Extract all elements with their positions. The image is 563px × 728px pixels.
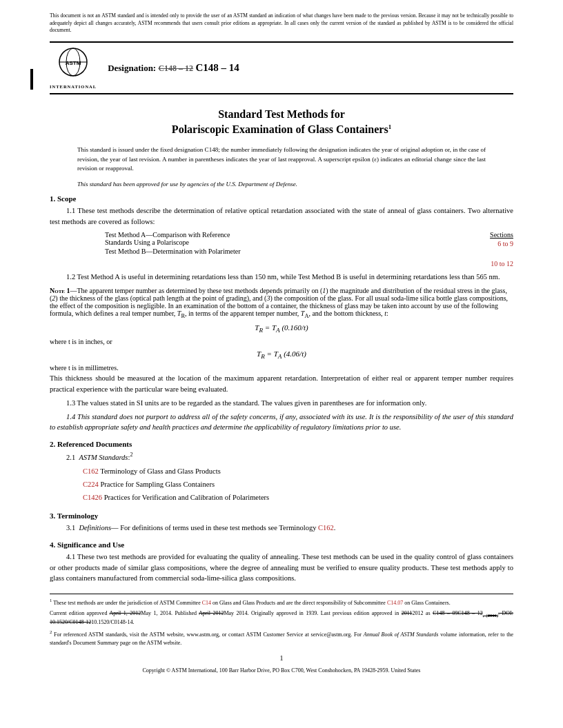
formula-1: TR = TA (0.160/t) bbox=[50, 323, 513, 334]
old-year: 2011 bbox=[402, 610, 413, 616]
standard-c224: C224 Practice for Sampling Glass Contain… bbox=[83, 478, 513, 492]
section-4-1-text: 4.1 These two test methods are provided … bbox=[50, 552, 513, 584]
section-2-heading: 2. Referenced Documents bbox=[50, 440, 513, 448]
standard-c1426: C1426 Practices for Verification and Cal… bbox=[83, 492, 513, 505]
designation-new: C148 – 14 bbox=[195, 62, 239, 73]
methods-table: Test Method A—Comparison with ReferenceS… bbox=[105, 231, 513, 267]
section-3-heading: 3. Terminology bbox=[50, 512, 513, 520]
standard-c162-text: Terminology of Glass and Glass Products bbox=[100, 467, 221, 475]
where-text-1: where t is in inches, or bbox=[50, 338, 513, 345]
section-2-1-text: 2.1 ASTM Standards:2 bbox=[50, 451, 513, 463]
page: This document is not an ASTM standard an… bbox=[0, 0, 563, 728]
footnote-1: 1 These test methods are under the juris… bbox=[50, 597, 513, 607]
standard-c162: C162 Terminology of Glass and Glass Prod… bbox=[83, 465, 513, 478]
note-1-label: Note 1 bbox=[50, 287, 70, 294]
method-b-label: Test Method B—Determination with Polarim… bbox=[105, 247, 444, 255]
old-date-1: April 1, 2012 bbox=[109, 610, 141, 616]
standards-list: C162 Terminology of Glass and Glass Prod… bbox=[83, 465, 513, 505]
methods-labels: Test Method A—Comparison with ReferenceS… bbox=[105, 231, 444, 267]
section-1-3-text: 1.3 The values stated in SI units are to… bbox=[50, 398, 513, 409]
c14-link[interactable]: C14 bbox=[202, 600, 211, 606]
header-row: ASTM INTERNATIONAL Designation: C148 – 1… bbox=[50, 41, 513, 94]
footnote-2: Current edition approved April 1, 2012Ma… bbox=[50, 609, 513, 627]
main-title: Standard Test Methods for Polariscopic E… bbox=[50, 107, 513, 138]
standard-c224-text: Practice for Sampling Glass Containers bbox=[100, 481, 215, 488]
c1407-link[interactable]: C14.07 bbox=[387, 600, 403, 606]
old-date-2: April 2012 bbox=[199, 610, 224, 616]
formula-2: TR = TA (4.06/t) bbox=[50, 350, 513, 360]
svg-text:ASTM: ASTM bbox=[66, 60, 81, 66]
title-section: Standard Test Methods for Polariscopic E… bbox=[50, 107, 513, 138]
standard-notice: This standard is issued under the fixed … bbox=[77, 145, 486, 174]
standard-c1426-text: Practices for Verification and Calibrati… bbox=[104, 494, 269, 501]
note-1-text: —The apparent temper number as determine… bbox=[50, 287, 508, 317]
method-a-link[interactable]: 6 to 9 bbox=[497, 240, 513, 247]
international-label: INTERNATIONAL bbox=[50, 84, 97, 89]
section-1-heading: 1. Scope bbox=[50, 194, 513, 203]
designation-area: Designation: C148 – 12 C148 – 14 bbox=[108, 62, 239, 74]
method-b-link[interactable]: 10 to 12 bbox=[491, 260, 513, 267]
standard-c1426-link[interactable]: C1426 bbox=[83, 494, 102, 501]
note-1: Note 1—The apparent temper number as det… bbox=[50, 287, 513, 319]
method-a-label: Test Method A—Comparison with ReferenceS… bbox=[105, 231, 444, 246]
section-4-heading: 4. Significance and Use bbox=[50, 540, 513, 549]
thickness-note: This thickness should be measured at the… bbox=[50, 373, 513, 395]
designation-old: C148 – 12 bbox=[158, 63, 193, 73]
footnote-3: 2 For referenced ASTM standards, visit t… bbox=[50, 629, 513, 647]
section-3-1-text: 3.1 Definitions— For definitions of term… bbox=[50, 523, 513, 534]
where-text-2: where t is in millimetres. bbox=[50, 364, 513, 372]
page-number: 1 bbox=[50, 654, 513, 662]
sections-header: Sections bbox=[444, 231, 513, 239]
section-1-1-text: 1.1 These test methods describe the dete… bbox=[50, 205, 513, 228]
logo-area: ASTM INTERNATIONAL bbox=[50, 47, 97, 89]
defense-notice: This standard has been approved for use … bbox=[77, 181, 486, 188]
left-bar-marker bbox=[30, 69, 33, 90]
method-a-sections: 6 to 9 bbox=[444, 240, 513, 247]
standard-c162-link[interactable]: C162 bbox=[83, 467, 99, 475]
c162-terminology-link[interactable]: C162 bbox=[318, 524, 334, 532]
designation-label: Designation: bbox=[108, 63, 158, 73]
sections-col: Sections 6 to 9 10 to 12 bbox=[444, 231, 513, 267]
section-1-4-text: 1.4 This standard does not purport to ad… bbox=[50, 412, 513, 434]
footnote-area: 1 These test methods are under the juris… bbox=[50, 594, 513, 647]
astm-logo-icon: ASTM bbox=[55, 47, 91, 83]
top-notice: This document is not an ASTM standard an… bbox=[50, 12, 513, 34]
copyright-footer: Copyright © ASTM International, 100 Barr… bbox=[50, 667, 513, 674]
section-1-2-text: 1.2 Test Method A is useful in determini… bbox=[50, 272, 513, 283]
standard-c224-link[interactable]: C224 bbox=[83, 481, 99, 488]
title-footnote: 1 bbox=[388, 123, 392, 130]
method-b-sections: 10 to 12 bbox=[444, 260, 513, 267]
